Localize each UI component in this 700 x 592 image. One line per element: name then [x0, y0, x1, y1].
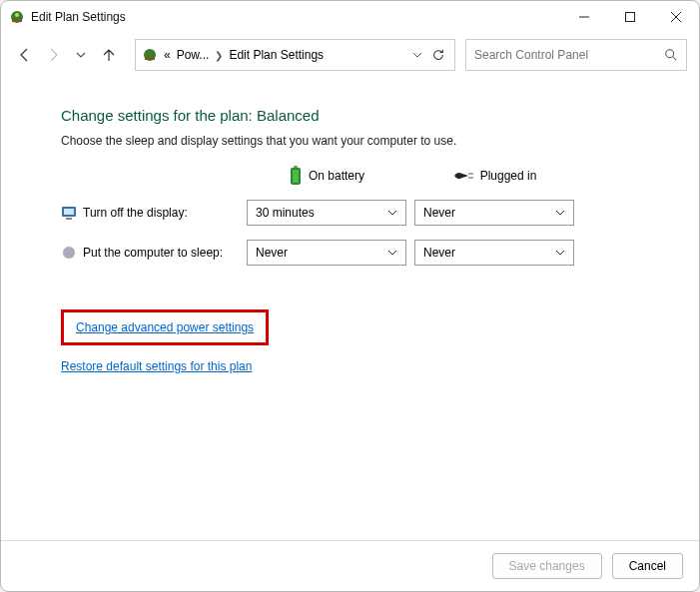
svg-rect-8: [145, 57, 155, 60]
chevron-down-icon: [555, 208, 565, 218]
row-display-label-wrap: Turn off the display:: [61, 205, 239, 221]
row-display: Turn off the display: 30 minutes Never: [61, 200, 679, 226]
svg-rect-4: [626, 13, 635, 22]
display-plugged-value: Never: [423, 206, 455, 220]
titlebar: Edit Plan Settings: [1, 1, 699, 33]
svg-point-19: [63, 247, 75, 259]
breadcrumb-seg-current[interactable]: Edit Plan Settings: [229, 48, 324, 62]
search-input[interactable]: Search Control Panel: [465, 39, 687, 71]
svg-line-10: [673, 57, 677, 61]
chevron-right-icon[interactable]: ❯: [215, 50, 223, 61]
link-restore-defaults[interactable]: Restore default settings for this plan: [61, 359, 252, 373]
power-options-icon: [9, 9, 25, 25]
display-battery-select[interactable]: 30 minutes: [247, 200, 406, 226]
col-battery-label: On battery: [309, 169, 364, 183]
breadcrumb-prefix: «: [164, 48, 171, 62]
row-sleep-label: Put the computer to sleep:: [83, 246, 223, 260]
sleep-battery-select[interactable]: Never: [247, 240, 406, 266]
row-sleep: Put the computer to sleep: Never Never: [61, 240, 679, 266]
cancel-button[interactable]: Cancel: [612, 553, 683, 579]
display-icon: [61, 205, 77, 221]
sleep-plugged-value: Never: [423, 246, 455, 260]
svg-rect-13: [293, 170, 299, 183]
up-button[interactable]: [97, 43, 121, 67]
back-button[interactable]: [13, 43, 37, 67]
chevron-down-icon: [555, 248, 565, 258]
save-button[interactable]: Save changes: [492, 553, 602, 579]
recent-dropdown[interactable]: [69, 43, 93, 67]
row-display-label: Turn off the display:: [83, 206, 188, 220]
chevron-down-icon: [387, 248, 397, 258]
window-title: Edit Plan Settings: [31, 10, 561, 24]
window-frame: Edit Plan Settings « Pow... ❯ Edit Plan …: [0, 0, 700, 592]
display-plugged-select[interactable]: Never: [414, 200, 574, 226]
chevron-down-icon: [387, 208, 397, 218]
display-battery-value: 30 minutes: [256, 206, 315, 220]
col-plugged-in: Plugged in: [414, 169, 574, 183]
col-on-battery: On battery: [247, 166, 406, 186]
battery-icon: [289, 166, 303, 186]
svg-rect-11: [294, 166, 298, 168]
power-options-icon: [142, 47, 158, 63]
sleep-battery-value: Never: [256, 246, 288, 260]
search-icon: [664, 48, 678, 62]
window-controls: [561, 1, 699, 33]
col-plugged-label: Plugged in: [480, 169, 537, 183]
footer-bar: Save changes Cancel: [1, 540, 699, 591]
page-heading: Change settings for the plan: Balanced: [61, 107, 679, 124]
column-headers: On battery Plugged in: [61, 166, 679, 186]
address-bar[interactable]: « Pow... ❯ Edit Plan Settings: [135, 39, 455, 71]
moon-icon: [61, 245, 77, 261]
sleep-plugged-select[interactable]: Never: [414, 240, 574, 266]
minimize-button[interactable]: [561, 1, 607, 33]
breadcrumb-seg-power[interactable]: Pow...: [177, 48, 210, 62]
maximize-button[interactable]: [607, 1, 653, 33]
forward-button[interactable]: [41, 43, 65, 67]
svg-point-9: [666, 50, 674, 58]
row-sleep-label-wrap: Put the computer to sleep:: [61, 245, 239, 261]
plug-icon: [452, 169, 474, 183]
svg-point-2: [15, 13, 19, 17]
page-subtext: Choose the sleep and display settings th…: [61, 134, 679, 148]
close-button[interactable]: [653, 1, 699, 33]
content-area: Change settings for the plan: Balanced C…: [1, 77, 699, 540]
highlight-box: Change advanced power settings: [61, 309, 269, 345]
refresh-button[interactable]: [428, 43, 448, 67]
link-advanced-settings[interactable]: Change advanced power settings: [76, 320, 254, 334]
svg-rect-1: [12, 19, 22, 22]
svg-rect-18: [66, 218, 72, 220]
nav-toolbar: « Pow... ❯ Edit Plan Settings Search Con…: [1, 33, 699, 77]
svg-rect-17: [64, 209, 74, 215]
search-placeholder: Search Control Panel: [474, 48, 588, 62]
chevron-down-icon[interactable]: [412, 50, 422, 60]
